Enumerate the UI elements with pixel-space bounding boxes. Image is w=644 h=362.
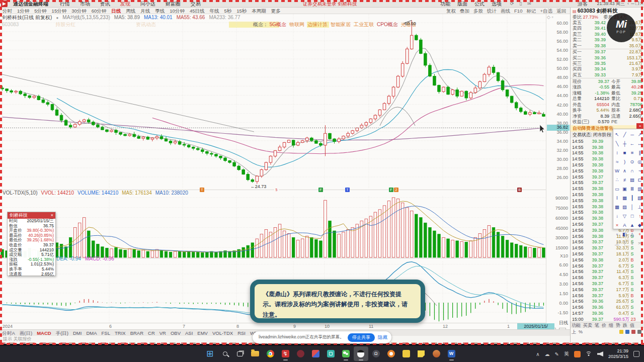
taskbar-notes-icon[interactable] xyxy=(414,346,429,361)
period-月线[interactable]: 月线 xyxy=(138,8,152,14)
hide-share-bar-button[interactable]: 隐藏 xyxy=(378,334,387,341)
orderbook-row[interactable]: 卖一39.3835.0万 xyxy=(571,43,644,49)
tool-复权[interactable]: 复权 xyxy=(444,8,458,14)
panel-tab-功能[interactable]: 功能 xyxy=(572,323,581,328)
draw-tool-icon[interactable]: ∩ xyxy=(628,167,636,174)
taskbar-app-teal-icon[interactable] xyxy=(324,346,338,361)
cloud-icon[interactable]: ☁ xyxy=(545,351,550,357)
period-5秒[interactable]: 5秒 xyxy=(221,8,234,14)
panel-tab-买卖[interactable]: 买卖 xyxy=(583,323,592,328)
draw-tool-icon[interactable]: ↖ xyxy=(613,131,621,138)
taskbar-app-orange-icon[interactable] xyxy=(384,346,398,361)
volume-chart[interactable] xyxy=(0,196,546,257)
draw-tool-icon[interactable]: W xyxy=(613,167,621,174)
event-marker[interactable]: T xyxy=(345,188,350,192)
price-chart[interactable]: 60.50←24.73 xyxy=(0,14,546,189)
draw-tool-icon[interactable]: ∧ xyxy=(621,167,628,174)
tray-app-icon[interactable] xyxy=(574,351,581,357)
tool-F10[interactable]: F10 xyxy=(512,8,524,14)
taskbar-chrome-icon[interactable] xyxy=(263,346,278,361)
tool-画线[interactable]: 画线 xyxy=(499,8,512,14)
orderbook-row[interactable]: 买一39.3722.8万 xyxy=(571,49,644,55)
event-marker[interactable]: 5 xyxy=(274,188,279,192)
draw-tool-icon[interactable]: ─ xyxy=(628,131,636,138)
panel-tab-跌[interactable]: 跌 xyxy=(623,323,627,328)
period-30分钟[interactable]: 30分钟 xyxy=(69,8,89,14)
taskbar-taskview-icon[interactable] xyxy=(233,346,248,361)
period-15秒[interactable]: 15秒 xyxy=(234,8,249,14)
draw-tool-icon[interactable]: ≠ xyxy=(621,176,628,184)
taskbar-wechat-icon[interactable] xyxy=(339,346,353,361)
period-季线[interactable]: 季线 xyxy=(152,8,167,14)
taskbar-app-yellow-icon[interactable] xyxy=(399,346,414,361)
event-marker[interactable]: T xyxy=(200,188,204,192)
tool-统计[interactable]: 统计 xyxy=(485,8,499,14)
event-marker[interactable]: 2 xyxy=(394,188,398,192)
draw-tool-icon[interactable]: 下 xyxy=(621,239,628,247)
draw-tool-icon[interactable]: │ xyxy=(628,203,636,211)
period-日线[interactable]: 日线 xyxy=(109,8,123,14)
draw-tool-icon[interactable]: ⇕ xyxy=(628,239,636,247)
draw-tool-icon[interactable]: Ⅲ xyxy=(628,185,636,193)
event-marker[interactable]: F xyxy=(389,188,393,192)
panel-tab-值[interactable]: 值 xyxy=(630,323,634,328)
draw-tool-icon[interactable]: × xyxy=(613,221,621,229)
panel-mini-icon[interactable] xyxy=(631,330,635,334)
ime-language-indicator[interactable]: 英 xyxy=(564,350,569,357)
pen-icon[interactable]: ✎ xyxy=(555,351,559,357)
draw-tool-icon[interactable]: ┃ xyxy=(628,194,636,202)
stop-sharing-button[interactable]: 停止共享 xyxy=(348,333,375,342)
draw-tool-icon[interactable]: ■ xyxy=(621,149,628,156)
notification-center-icon[interactable] xyxy=(633,351,639,357)
period-1分钟[interactable]: 1分钟 xyxy=(15,8,32,14)
draw-tool-icon[interactable]: ⊙ xyxy=(628,158,636,165)
taskbar-app-gray-icon[interactable]: Ω xyxy=(369,346,383,361)
draw-tool-icon[interactable]: △ xyxy=(628,230,636,238)
draw-tool-icon[interactable]: ▤ xyxy=(628,176,636,184)
period-周线[interactable]: 周线 xyxy=(123,8,138,14)
tool-标记[interactable]: 标记 xyxy=(524,8,538,14)
orderbook-row[interactable]: 买五39.337.9万 xyxy=(571,72,644,78)
draw-tool-icon[interactable]: ▲ xyxy=(628,221,636,229)
pane-collapse-icons[interactable]: ◇ ▫ xyxy=(547,15,553,20)
taskbar-explorer-icon[interactable] xyxy=(248,346,263,361)
panel-tab-笔[interactable]: 笔 xyxy=(595,323,599,328)
taskbar-start-icon[interactable]: ⊞ xyxy=(203,346,217,361)
draw-tool-icon[interactable]: ▦ xyxy=(621,194,628,202)
draw-tool-icon[interactable]: ) xyxy=(621,158,628,165)
period-本周期[interactable]: 本周期 xyxy=(249,8,269,14)
draw-tool-icon[interactable]: 上 xyxy=(613,239,621,247)
period-15分钟[interactable]: 15分钟 xyxy=(49,8,69,14)
tray-expand-icon[interactable]: ∧ xyxy=(536,351,539,357)
taskbar-search-icon[interactable] xyxy=(218,346,232,361)
period-45日线[interactable]: 45日线 xyxy=(187,8,207,14)
taskbar-app-red-icon[interactable] xyxy=(308,346,323,361)
panel-mini-icon[interactable] xyxy=(619,330,623,334)
draw-tool-icon[interactable]: ▨ xyxy=(621,203,628,211)
event-marker[interactable]: F xyxy=(318,188,323,192)
draw-tool-icon[interactable]: ▽ xyxy=(621,212,628,220)
draw-tool-icon[interactable]: ∴ xyxy=(613,176,621,184)
draw-tool-icon[interactable]: ◧ xyxy=(621,230,628,238)
wifi-icon[interactable] xyxy=(586,351,592,356)
period-60分钟[interactable]: 60分钟 xyxy=(89,8,109,14)
tool-多股[interactable]: 多股 xyxy=(471,8,485,14)
draw-tool-icon[interactable]: ▭ xyxy=(613,185,621,193)
draw-tool-icon[interactable]: A xyxy=(621,221,628,229)
period-更多[interactable]: 更多 xyxy=(269,8,283,14)
panel-tab-细[interactable]: 细 xyxy=(609,323,613,328)
panel-mini-icon[interactable] xyxy=(625,330,629,334)
draw-tool-icon[interactable]: ▩ xyxy=(613,203,621,211)
draw-tool-icon[interactable]: ▣ xyxy=(621,185,628,193)
taskbar-app-amber-icon[interactable] xyxy=(429,346,444,361)
draw-tool-icon[interactable]: ╱ xyxy=(621,131,628,138)
draw-tool-icon[interactable]: ↓ xyxy=(613,212,621,220)
draw-tool-icon[interactable]: □ xyxy=(628,212,636,220)
event-marker[interactable]: B xyxy=(517,188,522,192)
taskbar-word-icon[interactable]: W xyxy=(444,346,459,361)
tool-+自选[interactable]: +自选 xyxy=(538,8,554,14)
orderbook-row[interactable]: 买四39.343.9万 xyxy=(571,66,644,72)
taskbar-tdx-icon[interactable]: ↯ xyxy=(278,346,293,361)
orderbook-row[interactable]: 卖二39.399.5万 xyxy=(571,37,644,43)
draw-tool-icon[interactable]: ≡ xyxy=(628,149,636,156)
